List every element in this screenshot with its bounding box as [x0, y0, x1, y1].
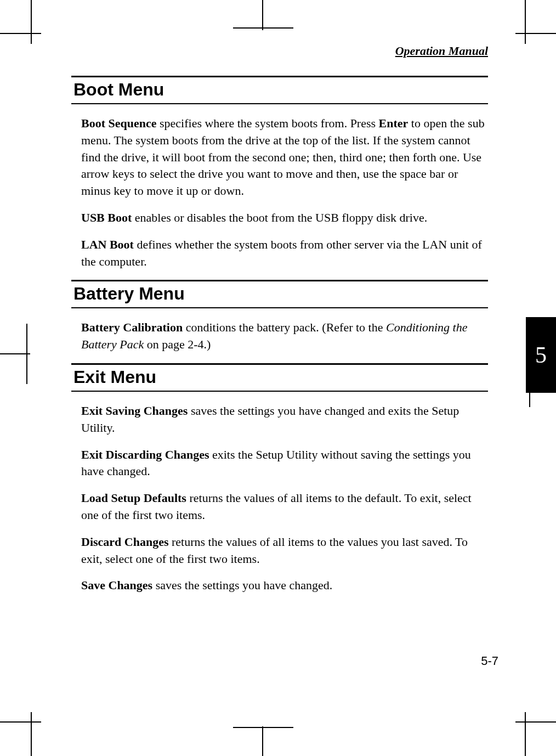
crop-mark [529, 393, 530, 407]
text: enables or disables the boot from the US… [132, 211, 427, 224]
crop-mark [31, 712, 32, 756]
exit-paragraph-2: Exit Discarding Changes exits the Setup … [71, 447, 488, 481]
term-load-defaults: Load Setup Defaults [81, 491, 186, 505]
section-title-exit: Exit Menu [71, 363, 488, 392]
text: conditions the battery pack. (Refer to t… [183, 320, 386, 334]
crop-mark [233, 727, 293, 728]
term-boot-sequence: Boot Sequence [81, 116, 157, 130]
battery-paragraph-1: Battery Calibration conditions the batte… [71, 319, 488, 353]
crop-mark [262, 0, 263, 30]
boot-paragraph-2: USB Boot enables or disables the boot fr… [71, 210, 488, 227]
exit-paragraph-5: Save Changes saves the settings you have… [71, 577, 488, 594]
boot-paragraph-3: LAN Boot defines whether the system boot… [71, 236, 488, 270]
section-title-boot: Boot Menu [71, 76, 488, 104]
crop-mark [262, 726, 263, 756]
term-exit-saving: Exit Saving Changes [81, 404, 188, 418]
term-lan-boot: LAN Boot [81, 238, 134, 251]
exit-paragraph-3: Load Setup Defaults returns the values o… [71, 490, 488, 524]
term-usb-boot: USB Boot [81, 211, 132, 224]
crop-mark [26, 324, 27, 384]
boot-paragraph-1: Boot Sequence specifies where the system… [71, 115, 488, 200]
key-enter: Enter [379, 116, 409, 130]
crop-mark [31, 0, 32, 44]
text: on page 2-4.) [144, 337, 211, 351]
exit-paragraph-1: Exit Saving Changes saves the settings y… [71, 403, 488, 437]
page-number: 5-7 [481, 654, 498, 668]
crop-mark [0, 33, 41, 34]
term-discard-changes: Discard Changes [81, 535, 169, 549]
term-save-changes: Save Changes [81, 578, 152, 592]
crop-mark [0, 353, 30, 354]
crop-mark [525, 0, 526, 44]
text: defines whether the system boots from ot… [81, 238, 482, 268]
term-battery-calibration: Battery Calibration [81, 320, 183, 334]
crop-mark [515, 33, 556, 34]
crop-mark [0, 721, 41, 723]
text: saves the settings you have changed. [152, 578, 332, 592]
exit-paragraph-4: Discard Changes returns the values of al… [71, 534, 488, 568]
text: specifies where the system boots from. P… [157, 116, 379, 130]
chapter-tab: 5 [526, 317, 556, 393]
crop-mark [515, 721, 556, 723]
running-head: Operation Manual [71, 44, 488, 58]
crop-mark [233, 27, 293, 29]
crop-mark [525, 712, 526, 756]
section-title-battery: Battery Menu [71, 280, 488, 308]
term-exit-discarding: Exit Discarding Changes [81, 448, 209, 461]
page-content: Operation Manual Boot Menu Boot Sequence… [71, 44, 488, 604]
